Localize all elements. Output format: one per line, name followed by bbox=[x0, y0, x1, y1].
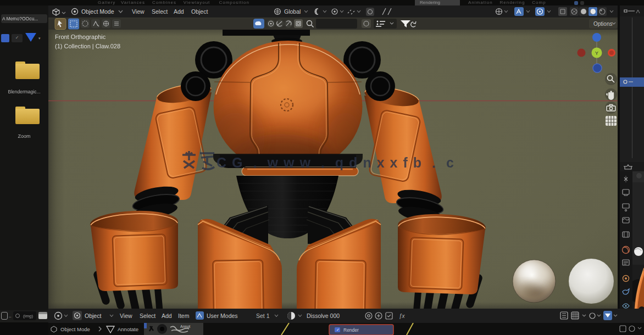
svg-text:Options: Options bbox=[593, 21, 612, 27]
svg-text:Add: Add bbox=[174, 8, 184, 15]
svg-text:Render: Render bbox=[343, 327, 359, 333]
svg-text:Object Mode: Object Mode bbox=[81, 8, 114, 15]
svg-text:ƒx: ƒx bbox=[399, 313, 406, 319]
svg-text:Object: Object bbox=[85, 312, 101, 319]
svg-text:✓: ✓ bbox=[336, 328, 340, 332]
svg-text:Front Orthographic: Front Orthographic bbox=[55, 34, 106, 40]
svg-text:Y: Y bbox=[595, 51, 598, 56]
svg-text:Dissolve 000: Dissolve 000 bbox=[307, 312, 340, 319]
svg-text:Object Mode: Object Mode bbox=[60, 326, 90, 332]
svg-text:Object: Object bbox=[191, 8, 208, 15]
svg-text:User Modes: User Modes bbox=[207, 312, 238, 319]
svg-text:Set 1: Set 1 bbox=[256, 312, 270, 319]
svg-text:Add: Add bbox=[162, 312, 172, 319]
svg-text:CG．www．qdnxxfb．c: CG．www．qdnxxfb．c bbox=[216, 155, 459, 170]
svg-text:Select: Select bbox=[140, 312, 156, 319]
svg-text:Item: Item bbox=[178, 312, 190, 319]
svg-text:(1) Collection | Claw.028: (1) Collection | Claw.028 bbox=[55, 43, 120, 49]
svg-text:Annot: Annot bbox=[180, 325, 190, 328]
svg-text:Global: Global bbox=[284, 8, 301, 15]
svg-text:Annotate: Annotate bbox=[118, 326, 138, 332]
svg-text:View: View bbox=[132, 8, 145, 15]
svg-text:Select: Select bbox=[152, 8, 168, 15]
svg-text:View: View bbox=[120, 312, 132, 319]
